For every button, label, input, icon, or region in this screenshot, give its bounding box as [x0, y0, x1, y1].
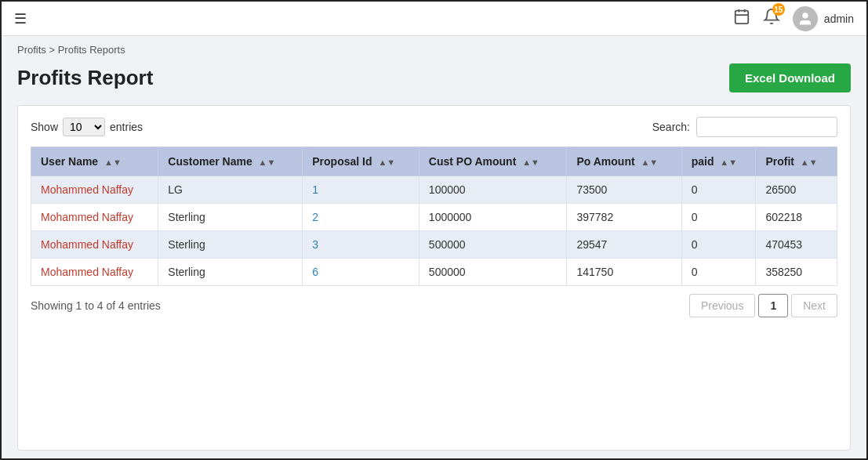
entries-label: entries: [110, 121, 143, 133]
cell-poamount: 397782: [567, 204, 681, 231]
next-button[interactable]: Next: [791, 294, 837, 317]
data-card: Show 10 25 50 100 entries Search:: [17, 105, 851, 451]
cell-username[interactable]: Mohammed Naffay: [31, 231, 158, 259]
col-profit: Profit ▲▼: [756, 147, 837, 176]
table-row: Mohammed NaffaySterling21000000397782060…: [31, 204, 837, 231]
prev-button[interactable]: Previous: [689, 294, 755, 317]
col-paid: paid ▲▼: [681, 147, 756, 176]
cell-proposalid[interactable]: 6: [303, 259, 419, 286]
breadcrumb-part1: Profits: [17, 44, 46, 56]
excel-download-button[interactable]: Excel Download: [729, 63, 851, 92]
sort-icon-profit[interactable]: ▲▼: [801, 158, 818, 167]
cell-custpoamount: 100000: [419, 176, 567, 204]
cell-paid: 0: [681, 176, 756, 204]
cell-poamount: 73500: [567, 176, 681, 204]
cell-username[interactable]: Mohammed Naffay: [31, 259, 158, 286]
cell-customername: Sterling: [158, 259, 303, 286]
cell-profit: 358250: [756, 259, 837, 286]
navbar-right: 15 admin: [733, 6, 854, 31]
col-proposal-id: Proposal Id ▲▼: [303, 147, 419, 176]
col-po-amount: Po Amount ▲▼: [567, 147, 681, 176]
table-row: Mohammed NaffaySterling65000001417500358…: [31, 259, 837, 286]
search-input[interactable]: [696, 117, 837, 137]
app-wrapper: ☰ 15: [0, 0, 868, 460]
page-header: Profits Report Excel Download: [2, 59, 866, 105]
navbar: ☰ 15: [2, 2, 866, 36]
cell-custpoamount: 1000000: [419, 204, 567, 231]
table-row: Mohammed NaffaySterling35000002954704704…: [31, 231, 837, 259]
admin-avatar: [793, 6, 818, 31]
entries-select[interactable]: 10 25 50 100: [63, 118, 105, 136]
sort-icon-customername[interactable]: ▲▼: [259, 158, 276, 167]
hamburger-icon[interactable]: ☰: [14, 10, 27, 27]
search-label: Search:: [652, 121, 690, 133]
data-table: User Name ▲▼ Customer Name ▲▼ Proposal I…: [31, 147, 837, 286]
search-area: Search:: [652, 117, 837, 137]
show-label: Show: [31, 121, 58, 133]
cell-profit: 470453: [756, 231, 837, 259]
cell-proposalid[interactable]: 2: [303, 204, 419, 231]
cell-username[interactable]: Mohammed Naffay: [31, 204, 158, 231]
page-1-button[interactable]: 1: [758, 294, 788, 317]
admin-section[interactable]: admin: [793, 6, 854, 31]
pagination: Previous 1 Next: [689, 294, 837, 317]
showing-text: Showing 1 to 4 of 4 entries: [31, 299, 161, 312]
sort-icon-paid[interactable]: ▲▼: [720, 158, 737, 167]
svg-rect-0: [735, 11, 749, 24]
cell-poamount: 29547: [567, 231, 681, 259]
sort-icon-custpoamount[interactable]: ▲▼: [522, 158, 539, 167]
table-header: User Name ▲▼ Customer Name ▲▼ Proposal I…: [31, 147, 837, 176]
breadcrumb-part2: Profits Reports: [58, 44, 125, 56]
col-cust-po-amount: Cust PO Amount ▲▼: [419, 147, 567, 176]
cell-proposalid[interactable]: 1: [303, 176, 419, 204]
cell-proposalid[interactable]: 3: [303, 231, 419, 259]
breadcrumb-separator: >: [49, 44, 57, 56]
header-row: User Name ▲▼ Customer Name ▲▼ Proposal I…: [31, 147, 837, 176]
cell-customername: LG: [158, 176, 303, 204]
bell-icon[interactable]: 15: [763, 8, 780, 29]
show-entries: Show 10 25 50 100 entries: [31, 118, 143, 136]
calendar-icon[interactable]: [733, 8, 750, 29]
table-footer: Showing 1 to 4 of 4 entries Previous 1 N…: [31, 294, 837, 317]
cell-paid: 0: [681, 259, 756, 286]
controls-row: Show 10 25 50 100 entries Search:: [31, 117, 837, 137]
svg-point-4: [803, 13, 808, 18]
sort-icon-poamount[interactable]: ▲▼: [641, 158, 658, 167]
cell-customername: Sterling: [158, 231, 303, 259]
main-content: Profits > Profits Reports Profits Report…: [2, 36, 866, 458]
cell-paid: 0: [681, 204, 756, 231]
cell-profit: 26500: [756, 176, 837, 204]
col-user-name: User Name ▲▼: [31, 147, 158, 176]
cell-custpoamount: 500000: [419, 231, 567, 259]
cell-customername: Sterling: [158, 204, 303, 231]
table-body: Mohammed NaffayLG110000073500026500Moham…: [31, 176, 837, 286]
sort-icon-proposalid[interactable]: ▲▼: [378, 158, 395, 167]
col-customer-name: Customer Name ▲▼: [158, 147, 303, 176]
notification-badge: 15: [772, 3, 785, 16]
navbar-left: ☰: [14, 10, 27, 27]
sort-icon-username[interactable]: ▲▼: [104, 158, 122, 167]
cell-custpoamount: 500000: [419, 259, 567, 286]
cell-paid: 0: [681, 231, 756, 259]
admin-name: admin: [824, 13, 854, 25]
table-row: Mohammed NaffayLG110000073500026500: [31, 176, 837, 204]
page-title: Profits Report: [17, 66, 153, 90]
cell-profit: 602218: [756, 204, 837, 231]
breadcrumb: Profits > Profits Reports: [2, 36, 866, 59]
cell-username[interactable]: Mohammed Naffay: [31, 176, 158, 204]
cell-poamount: 141750: [567, 259, 681, 286]
